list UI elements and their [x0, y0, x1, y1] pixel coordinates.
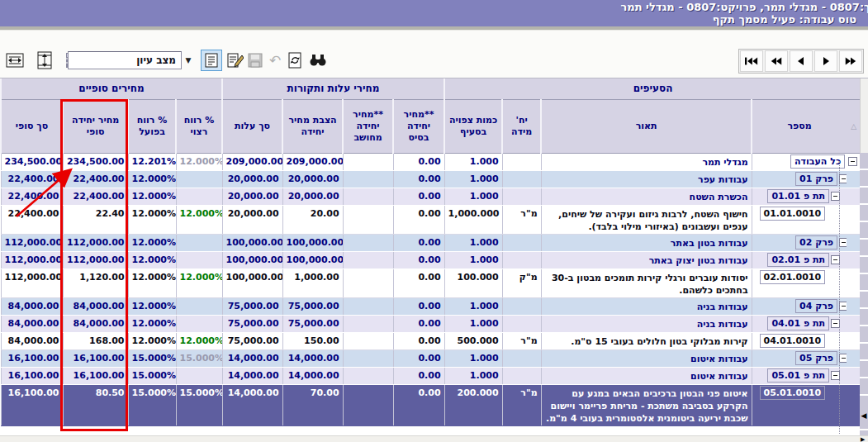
cell-final_total-row4[interactable]: 112,000.00 — [1, 234, 63, 251]
table-row[interactable]: פרק 02עבודות בטון באתר1.0000.00100,000.0… — [1, 234, 860, 251]
cell-final_unit-row12[interactable]: 80.50 — [63, 384, 128, 425]
cell-desired-row6[interactable]: 12.000% — [176, 269, 222, 297]
collapse-icon[interactable] — [831, 255, 840, 264]
cell-desc-row12[interactable]: איטום פני הבטון ברכיבים הבאים במגע עם הק… — [541, 384, 752, 425]
cell-final_total-row7[interactable]: 84,000.00 — [1, 297, 63, 315]
fast-forward-button[interactable] — [839, 50, 862, 72]
find-icon[interactable] — [307, 50, 329, 71]
cell-cost-row12[interactable]: 14,000.00 — [222, 384, 282, 425]
cell-unit-row6[interactable]: מ"ק — [502, 269, 541, 297]
cell-set-row8[interactable]: 75,000.00 — [282, 315, 343, 332]
view-mode-icon[interactable] — [201, 50, 222, 71]
cell-base-row0[interactable]: 0.00 — [393, 153, 444, 170]
first-record-button[interactable] — [740, 50, 763, 72]
cell-actual-row8[interactable]: 12.000% — [128, 315, 176, 332]
cell-base-row11[interactable]: 0.00 — [393, 367, 444, 384]
table-row[interactable]: פרק 04עבודות בניה1.0000.0075,000.0075,00… — [1, 297, 860, 315]
cell-set-row2[interactable]: 20,000.00 — [282, 188, 343, 205]
cell-tree-row2[interactable] — [847, 188, 860, 205]
cell-desc-row1[interactable]: עבודות עפר — [541, 170, 752, 188]
refresh-document-icon[interactable] — [284, 50, 306, 71]
cell-desired-row5[interactable] — [176, 251, 222, 269]
cell-desc-row4[interactable]: עבודות בטון באתר — [541, 234, 752, 251]
collapse-icon[interactable] — [831, 371, 840, 380]
cell-unit-row11[interactable] — [502, 367, 541, 384]
cell-tree-row12[interactable] — [847, 384, 860, 425]
cell-unit-row0[interactable] — [502, 153, 541, 170]
table-row[interactable]: תת פ 01.01הכשרת השטח1.0000.0020,000.0020… — [1, 188, 860, 205]
cell-unit-row1[interactable] — [502, 170, 541, 188]
collapse-icon[interactable] — [839, 174, 847, 183]
cell-number-row1[interactable]: פרק 01 — [752, 170, 847, 188]
cell-cost-row5[interactable]: 100,000.00 — [222, 251, 282, 269]
cell-unit-row3[interactable]: מ"ר — [502, 205, 541, 234]
cell-calc-row8[interactable] — [343, 315, 393, 332]
table-row[interactable]: פרק 01עבודות עפר1.0000.0020,000.0020,000… — [1, 170, 860, 188]
sort-indicator-column[interactable]: △ — [847, 99, 860, 153]
table-row[interactable]: 04.01.0010קירות מבלוקי בטון חלולים בעובי… — [1, 332, 860, 349]
table-row[interactable]: 02.01.0010יסודות עוברים ורגלי קירות תומכ… — [1, 269, 860, 297]
cell-desc-row9[interactable]: קירות מבלוקי בטון חלולים בעובי 15 ס"מ. — [541, 332, 752, 349]
cell-desc-row7[interactable]: עבודות בניה — [541, 297, 752, 315]
previous-record-button[interactable] — [790, 50, 813, 72]
cell-calc-row1[interactable] — [343, 170, 393, 188]
cell-desired-row9[interactable]: 12.000% — [176, 332, 222, 349]
cell-desired-row1[interactable] — [176, 170, 222, 188]
cell-unit-row5[interactable] — [502, 251, 541, 269]
cell-qty-row10[interactable]: 1.000 — [444, 349, 502, 367]
cell-unit-row12[interactable]: מ"ר — [502, 384, 541, 425]
cell-base-row1[interactable]: 0.00 — [393, 170, 444, 188]
cell-base-row6[interactable]: 0.00 — [393, 269, 444, 297]
vertical-scrollbar-top[interactable] — [860, 78, 868, 153]
cell-final_total-row2[interactable]: 22,400.00 — [1, 188, 63, 205]
cell-final_unit-row5[interactable]: 112,000.00 — [63, 251, 128, 269]
table-row[interactable]: תת פ 02.01עבודות בטון יצוק באתר1.0000.00… — [1, 251, 860, 269]
cell-set-row4[interactable]: 100,000.00 — [282, 234, 343, 251]
cell-tree-row11[interactable] — [847, 367, 860, 384]
collapse-icon[interactable] — [831, 192, 840, 201]
cell-base-row9[interactable]: 0.00 — [393, 332, 444, 349]
cell-calc-row7[interactable] — [343, 297, 393, 315]
cell-actual-row4[interactable]: 12.000% — [128, 234, 176, 251]
cell-qty-row3[interactable]: 1,000.000 — [444, 205, 502, 234]
next-record-button[interactable] — [814, 50, 837, 72]
cell-qty-row4[interactable]: 1.000 — [444, 234, 502, 251]
cell-set-row12[interactable]: 70.00 — [282, 384, 343, 425]
cell-number-row11[interactable]: תת פ 05.01 — [752, 367, 847, 384]
undo-icon[interactable]: ↶ — [264, 50, 286, 71]
cell-final_unit-row0[interactable]: 234,500.00 — [63, 153, 128, 170]
cell-actual-row10[interactable]: 15.000% — [128, 349, 176, 367]
cell-cost-row6[interactable]: 100,000.00 — [222, 269, 282, 297]
cell-actual-row11[interactable]: 15.000% — [128, 367, 176, 384]
table-row[interactable]: 05.01.0010איטום פני הבטון ברכיבים הבאים … — [1, 384, 860, 425]
fit-rows-icon[interactable] — [34, 50, 55, 71]
cell-actual-row6[interactable]: 12.000% — [128, 269, 176, 297]
cell-number-row3[interactable]: 01.01.0010 — [752, 205, 847, 234]
cell-qty-row11[interactable]: 1.000 — [444, 367, 502, 384]
cell-final_total-row9[interactable]: 84,000.00 — [1, 332, 63, 349]
cell-qty-row7[interactable]: 1.000 — [444, 297, 502, 315]
cell-final_unit-row4[interactable]: 112,000.00 — [63, 234, 128, 251]
cell-set-row10[interactable]: 14,000.00 — [282, 349, 343, 367]
cell-final_unit-row1[interactable]: 22,400.00 — [63, 170, 128, 188]
view-mode-dropdown[interactable]: מצב עיון — [68, 51, 182, 69]
cell-base-row3[interactable]: 0.00 — [393, 205, 444, 234]
cell-cost-row0[interactable]: 209,000.00 — [222, 153, 282, 170]
cell-number-row2[interactable]: תת פ 01.01 — [752, 188, 847, 205]
cell-tree-row7[interactable] — [847, 297, 860, 315]
cell-calc-row4[interactable] — [343, 234, 393, 251]
column-header-final_unit[interactable]: מחיר יחידה סופי — [63, 99, 128, 153]
cell-qty-row0[interactable]: 1.000 — [444, 153, 502, 170]
cell-unit-row4[interactable] — [502, 234, 541, 251]
cell-final_total-row12[interactable]: 16,100.00 — [1, 384, 63, 425]
cell-final_unit-row8[interactable]: 84,000.00 — [63, 315, 128, 332]
cell-desc-row5[interactable]: עבודות בטון יצוק באתר — [541, 251, 752, 269]
cell-tree-row10[interactable] — [847, 349, 860, 367]
cell-tree-row5[interactable] — [847, 251, 860, 269]
column-header-final_total[interactable]: סך סופי — [1, 99, 63, 153]
cell-final_total-row6[interactable]: 112,000.00 — [1, 269, 63, 297]
cell-unit-row10[interactable] — [502, 349, 541, 367]
cell-calc-row0[interactable] — [343, 153, 393, 170]
cell-final_total-row5[interactable]: 112,000.00 — [1, 251, 63, 269]
cell-desc-row10[interactable]: עבודות איטום — [541, 349, 752, 367]
